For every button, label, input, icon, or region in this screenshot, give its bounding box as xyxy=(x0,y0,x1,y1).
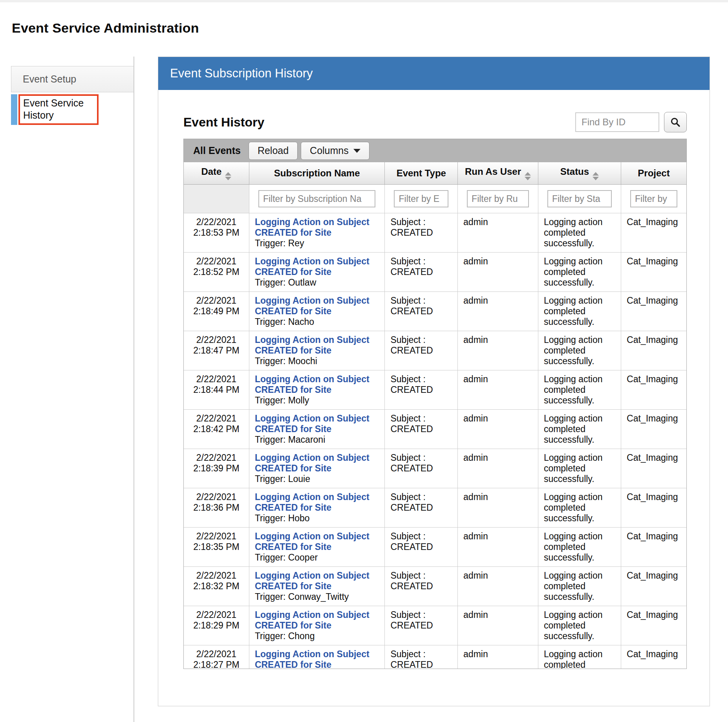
sidebar-item-label: Event Setup xyxy=(11,73,76,85)
date-cell: 2/22/2021 2:18:36 PM xyxy=(184,488,249,528)
event-type-cell: Subject : CREATED xyxy=(385,331,458,370)
trigger-label: Trigger: Moochi xyxy=(255,356,380,366)
table-row: 2/22/2021 2:18:53 PM Logging Action on S… xyxy=(184,213,686,253)
chevron-down-icon xyxy=(353,149,360,153)
subscription-link[interactable]: Logging Action on Subject CREATED for Si… xyxy=(255,374,380,395)
table-row: 2/22/2021 2:18:32 PM Logging Action on S… xyxy=(184,567,686,606)
project-cell: Cat_Imaging xyxy=(621,449,686,488)
event-time: 2:18:32 PM xyxy=(186,581,247,592)
event-type-cell: Subject : CREATED xyxy=(385,645,458,669)
event-time: 2:18:27 PM xyxy=(186,660,247,669)
panel-header-title: Event Subscription History xyxy=(170,66,313,81)
run-as-user-cell: admin xyxy=(458,253,538,292)
table-row: 2/22/2021 2:18:44 PM Logging Action on S… xyxy=(184,370,686,410)
column-header-event-type[interactable]: Event Type xyxy=(385,162,458,185)
sort-icon[interactable] xyxy=(593,172,599,180)
filter-subscription-name-input[interactable] xyxy=(258,190,376,207)
status-cell: Logging action completed successfully. xyxy=(538,606,621,645)
sort-icon[interactable] xyxy=(525,172,531,180)
run-as-user-cell: admin xyxy=(458,645,538,669)
filter-run-as-user-input[interactable] xyxy=(467,190,529,207)
trigger-label: Trigger: Conway_Twitty xyxy=(255,592,380,602)
subscription-cell: Logging Action on Subject CREATED for Si… xyxy=(249,567,385,606)
subscription-cell: Logging Action on Subject CREATED for Si… xyxy=(249,410,385,449)
event-time: 2:18:39 PM xyxy=(186,463,247,474)
page: Event Service Administration Event Setup… xyxy=(0,0,728,722)
event-subscription-panel: Event Subscription History Event History xyxy=(158,57,710,706)
project-cell: Cat_Imaging xyxy=(621,292,686,331)
event-date: 2/22/2021 xyxy=(186,531,247,542)
subscription-link[interactable]: Logging Action on Subject CREATED for Si… xyxy=(255,413,380,434)
filter-event-type-input[interactable] xyxy=(394,190,448,207)
reload-button[interactable]: Reload xyxy=(249,142,298,160)
filter-status-input[interactable] xyxy=(547,190,612,207)
subscription-link[interactable]: Logging Action on Subject CREATED for Si… xyxy=(255,453,380,474)
run-as-user-cell: admin xyxy=(458,488,538,528)
subscription-link[interactable]: Logging Action on Subject CREATED for Si… xyxy=(255,492,380,513)
run-as-user-cell: admin xyxy=(458,567,538,606)
project-cell: Cat_Imaging xyxy=(621,331,686,370)
filter-cell-event-type xyxy=(385,185,458,213)
sort-icon[interactable] xyxy=(225,172,231,180)
event-date: 2/22/2021 xyxy=(186,413,247,424)
sidebar-item-label: Event Service History xyxy=(23,97,84,121)
subscription-link[interactable]: Logging Action on Subject CREATED for Si… xyxy=(255,610,380,631)
columns-button[interactable]: Columns xyxy=(301,142,369,160)
trigger-label: Trigger: Macaroni xyxy=(255,434,380,445)
subscription-cell: Logging Action on Subject CREATED for Si… xyxy=(249,370,385,410)
run-as-user-cell: admin xyxy=(458,606,538,645)
date-cell: 2/22/2021 2:18:39 PM xyxy=(184,449,249,488)
event-type-cell: Subject : CREATED xyxy=(385,449,458,488)
column-header-run-as-user[interactable]: Run As User xyxy=(458,162,538,185)
project-cell: Cat_Imaging xyxy=(621,370,686,410)
status-cell: Logging action completed successfully. xyxy=(538,528,621,567)
column-header-status[interactable]: Status xyxy=(538,162,621,185)
search-button[interactable] xyxy=(664,112,687,132)
table-row: 2/22/2021 2:18:47 PM Logging Action on S… xyxy=(184,331,686,370)
filter-project-input[interactable] xyxy=(630,190,677,207)
subscription-link[interactable]: Logging Action on Subject CREATED for Si… xyxy=(255,649,380,669)
run-as-user-cell: admin xyxy=(458,331,538,370)
date-cell: 2/22/2021 2:18:52 PM xyxy=(184,253,249,292)
event-type-cell: Subject : CREATED xyxy=(385,528,458,567)
project-cell: Cat_Imaging xyxy=(621,410,686,449)
filter-row xyxy=(184,185,686,213)
subscription-link[interactable]: Logging Action on Subject CREATED for Si… xyxy=(255,335,380,356)
column-header-date[interactable]: Date xyxy=(184,162,249,185)
all-events-label: All Events xyxy=(193,145,241,156)
date-cell: 2/22/2021 2:18:44 PM xyxy=(184,370,249,410)
section-title: Event History xyxy=(183,115,264,130)
trigger-label: Trigger: Cooper xyxy=(255,552,380,563)
event-type-cell: Subject : CREATED xyxy=(385,567,458,606)
subscription-cell: Logging Action on Subject CREATED for Si… xyxy=(249,645,385,669)
subscription-link[interactable]: Logging Action on Subject CREATED for Si… xyxy=(255,256,380,277)
table-row: 2/22/2021 2:18:42 PM Logging Action on S… xyxy=(184,410,686,449)
subscription-link[interactable]: Logging Action on Subject CREATED for Si… xyxy=(255,531,380,552)
date-cell: 2/22/2021 2:18:42 PM xyxy=(184,410,249,449)
event-time: 2:18:49 PM xyxy=(186,306,247,317)
project-cell: Cat_Imaging xyxy=(621,528,686,567)
sidebar-item-event-setup[interactable]: Event Setup xyxy=(11,66,134,92)
top-strip xyxy=(0,0,728,2)
column-header-project[interactable]: Project xyxy=(621,162,686,185)
event-type-cell: Subject : CREATED xyxy=(385,292,458,331)
event-time: 2:18:29 PM xyxy=(186,620,247,631)
column-header-subscription-name[interactable]: Subscription Name xyxy=(249,162,385,185)
status-cell: Logging action completed successfully. xyxy=(538,331,621,370)
subscription-link[interactable]: Logging Action on Subject CREATED for Si… xyxy=(255,295,380,317)
event-time: 2:18:53 PM xyxy=(186,227,247,238)
run-as-user-cell: admin xyxy=(458,449,538,488)
subscription-link[interactable]: Logging Action on Subject CREATED for Si… xyxy=(255,570,380,592)
subscription-cell: Logging Action on Subject CREATED for Si… xyxy=(249,528,385,567)
date-cell: 2/22/2021 2:18:27 PM xyxy=(184,645,249,669)
table-row: 2/22/2021 2:18:39 PM Logging Action on S… xyxy=(184,449,686,488)
subscription-cell: Logging Action on Subject CREATED for Si… xyxy=(249,292,385,331)
trigger-label: Trigger: Rey xyxy=(255,238,380,249)
event-history-grid[interactable]: Date Subscription Name Event Type Run As… xyxy=(183,162,687,669)
find-by-id-input[interactable] xyxy=(575,112,659,132)
event-date: 2/22/2021 xyxy=(186,256,247,267)
sidebar-item-event-service-history[interactable]: Event Service History xyxy=(11,94,99,125)
filter-cell-project xyxy=(621,185,686,213)
grid-toolbar: All Events Reload Columns xyxy=(183,139,687,162)
subscription-link[interactable]: Logging Action on Subject CREATED for Si… xyxy=(255,217,380,238)
